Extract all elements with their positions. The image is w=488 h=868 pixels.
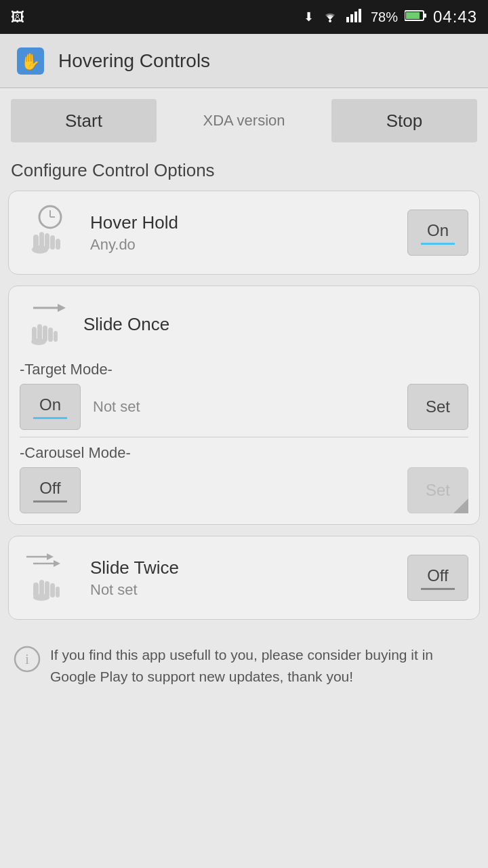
slide-twice-subtitle: Not set	[90, 581, 398, 599]
carousel-mode-label: -Carousel Mode-	[20, 444, 468, 462]
svg-rect-36	[56, 587, 60, 597]
svg-marker-20	[58, 304, 66, 312]
footer-info: i If you find this app usefull to you, p…	[0, 633, 488, 698]
svg-rect-1	[346, 17, 349, 22]
svg-rect-17	[50, 235, 55, 250]
carousel-mode-indicator	[33, 500, 67, 502]
svg-rect-34	[45, 581, 49, 597]
target-mode-status: Not set	[90, 398, 398, 416]
app-title: Hovering Controls	[58, 50, 210, 72]
hover-hold-info: Hover Hold Any.do	[90, 212, 398, 254]
target-mode-toggle[interactable]: On	[20, 384, 81, 430]
hover-hold-card: Hover Hold Any.do On	[8, 191, 480, 275]
svg-rect-32	[33, 583, 39, 597]
status-left: 🖼	[11, 9, 24, 25]
svg-rect-15	[39, 232, 44, 250]
svg-rect-7	[406, 12, 420, 19]
battery-icon	[405, 8, 426, 26]
hover-hold-toggle-label: On	[427, 221, 449, 240]
svg-rect-14	[33, 235, 39, 251]
configure-section-title: Configure Control Options	[0, 153, 488, 191]
svg-rect-26	[54, 331, 58, 342]
footer-text: If you find this app usefull to you, ple…	[50, 644, 474, 687]
slide-once-icon	[20, 297, 74, 351]
svg-text:i: i	[25, 652, 29, 667]
slide-once-card: Slide Once -Target Mode- On Not set Set …	[8, 285, 480, 525]
signal-icon	[346, 7, 364, 26]
slide-twice-card: Slide Twice Not set Off	[8, 536, 480, 620]
svg-rect-24	[43, 326, 47, 342]
hover-hold-icon	[20, 202, 81, 263]
image-icon: 🖼	[11, 9, 24, 25]
slide-twice-toggle-label: Off	[427, 566, 449, 585]
svg-marker-30	[54, 560, 60, 567]
svg-point-0	[329, 20, 331, 22]
download-icon: ⬇	[304, 9, 314, 24]
target-mode-label: -Target Mode-	[20, 361, 468, 378]
svg-rect-25	[48, 328, 53, 342]
svg-rect-22	[32, 327, 37, 342]
start-button[interactable]: Start	[11, 99, 157, 142]
hover-hold-subtitle: Any.do	[90, 236, 398, 254]
svg-text:✋: ✋	[20, 52, 41, 71]
hover-hold-title: Hover Hold	[90, 212, 398, 233]
svg-rect-16	[45, 233, 49, 250]
slide-twice-title: Slide Twice	[90, 557, 398, 578]
target-mode-section: -Target Mode- On Not set Set	[20, 361, 468, 430]
corner-indicator	[453, 498, 468, 513]
slide-twice-toggle[interactable]: Off	[407, 555, 468, 601]
time-display: 04:43	[433, 7, 477, 26]
top-buttons-row: Start XDA version Stop	[0, 88, 488, 153]
stop-button[interactable]: Stop	[331, 99, 477, 142]
status-bar: 🖼 ⬇ 78% 04:43	[0, 0, 488, 34]
svg-marker-28	[47, 553, 54, 560]
hover-hold-toggle[interactable]: On	[407, 210, 468, 256]
svg-rect-2	[350, 14, 353, 22]
target-mode-row: On Not set Set	[20, 384, 468, 430]
slide-twice-info: Slide Twice Not set	[90, 557, 398, 599]
status-right: ⬇ 78% 04:43	[304, 7, 477, 26]
svg-rect-35	[50, 583, 55, 597]
target-mode-set-button[interactable]: Set	[407, 384, 468, 430]
slide-once-title: Slide Once	[83, 314, 169, 335]
target-mode-indicator	[33, 417, 67, 419]
info-icon: i	[14, 646, 41, 673]
carousel-mode-section: -Carousel Mode- Off Set	[20, 444, 468, 513]
mode-divider	[20, 437, 468, 437]
slide-once-header: Slide Once	[20, 297, 468, 351]
app-logo-icon: ✋	[14, 44, 47, 78]
wifi-icon	[321, 7, 340, 26]
xda-version-button[interactable]: XDA version	[157, 112, 331, 130]
svg-rect-4	[359, 9, 361, 22]
svg-rect-33	[39, 580, 44, 597]
carousel-mode-row: Off Set	[20, 467, 468, 513]
app-bar: ✋ Hovering Controls	[0, 34, 488, 88]
carousel-mode-toggle-label: Off	[39, 479, 61, 498]
slide-twice-indicator	[421, 588, 455, 590]
svg-rect-18	[56, 239, 60, 250]
svg-rect-3	[354, 12, 357, 22]
svg-rect-6	[424, 14, 426, 18]
target-mode-toggle-label: On	[39, 395, 61, 414]
battery-text: 78%	[371, 9, 398, 25]
slide-twice-icon	[20, 547, 81, 608]
hover-hold-toggle-indicator	[421, 243, 455, 245]
svg-rect-23	[37, 324, 42, 342]
carousel-mode-toggle[interactable]: Off	[20, 467, 81, 513]
